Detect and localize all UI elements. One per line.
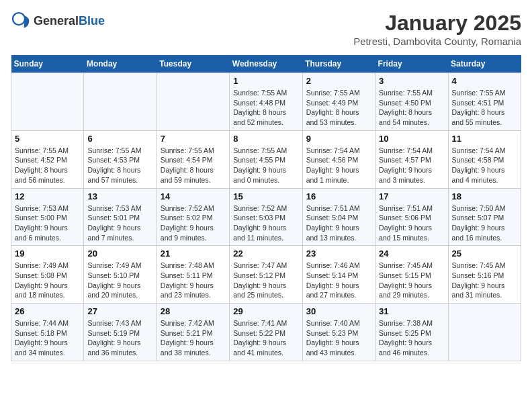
calendar-table: SundayMondayTuesdayWednesdayThursdayFrid… — [11, 55, 521, 361]
day-number: 23 — [306, 248, 371, 259]
day-number: 26 — [15, 306, 80, 316]
day-info: Sunrise: 7:55 AMSunset: 4:49 PMDaylight:… — [306, 88, 371, 128]
header: GeneralBlue January 2025 Petresti, Dambo… — [11, 11, 521, 47]
day-number: 1 — [233, 76, 298, 86]
day-info: Sunrise: 7:40 AMSunset: 5:23 PMDaylight:… — [306, 318, 371, 358]
day-info: Sunrise: 7:55 AMSunset: 4:54 PMDaylight:… — [161, 146, 226, 185]
day-cell: 31Sunrise: 7:38 AMSunset: 5:25 PMDayligh… — [375, 304, 448, 361]
day-info: Sunrise: 7:54 AMSunset: 4:56 PMDaylight:… — [306, 146, 371, 185]
header-monday: Monday — [84, 55, 157, 73]
day-number: 12 — [15, 191, 80, 201]
day-number: 22 — [233, 248, 298, 259]
day-number: 27 — [87, 306, 152, 316]
day-cell: 4Sunrise: 7:55 AMSunset: 4:51 PMDaylight… — [448, 73, 521, 131]
day-number: 4 — [452, 76, 517, 86]
day-number: 14 — [161, 191, 226, 201]
calendar-header-row: SundayMondayTuesdayWednesdayThursdayFrid… — [11, 55, 521, 73]
day-number: 3 — [379, 76, 444, 86]
header-wednesday: Wednesday — [230, 55, 302, 73]
week-row-1: 1Sunrise: 7:55 AMSunset: 4:48 PMDaylight… — [11, 73, 521, 131]
day-number: 13 — [87, 191, 152, 201]
day-number: 24 — [379, 248, 444, 259]
day-cell — [84, 73, 157, 131]
day-number: 30 — [306, 306, 371, 316]
day-cell: 29Sunrise: 7:41 AMSunset: 5:22 PMDayligh… — [230, 304, 302, 361]
day-info: Sunrise: 7:54 AMSunset: 4:57 PMDaylight:… — [379, 146, 444, 185]
day-cell: 1Sunrise: 7:55 AMSunset: 4:48 PMDaylight… — [230, 73, 302, 131]
svg-point-0 — [13, 13, 25, 25]
logo-blue: Blue — [79, 14, 105, 28]
day-number: 6 — [87, 134, 152, 144]
day-info: Sunrise: 7:50 AMSunset: 5:07 PMDaylight:… — [452, 203, 517, 243]
week-row-3: 12Sunrise: 7:53 AMSunset: 5:00 PMDayligh… — [11, 188, 521, 246]
day-cell: 30Sunrise: 7:40 AMSunset: 5:23 PMDayligh… — [302, 304, 375, 361]
day-cell: 18Sunrise: 7:50 AMSunset: 5:07 PMDayligh… — [448, 188, 521, 246]
day-cell — [11, 73, 84, 131]
day-info: Sunrise: 7:51 AMSunset: 5:04 PMDaylight:… — [306, 203, 371, 243]
day-cell: 16Sunrise: 7:51 AMSunset: 5:04 PMDayligh… — [302, 188, 375, 246]
day-cell: 27Sunrise: 7:43 AMSunset: 5:19 PMDayligh… — [84, 304, 157, 361]
day-number: 21 — [161, 248, 226, 259]
day-number: 15 — [233, 191, 298, 201]
day-number: 20 — [87, 248, 152, 259]
day-cell: 14Sunrise: 7:52 AMSunset: 5:02 PMDayligh… — [157, 188, 229, 246]
day-info: Sunrise: 7:44 AMSunset: 5:18 PMDaylight:… — [15, 318, 80, 358]
day-cell: 6Sunrise: 7:55 AMSunset: 4:53 PMDaylight… — [84, 130, 157, 188]
main-title: January 2025 — [353, 11, 521, 36]
day-info: Sunrise: 7:55 AMSunset: 4:50 PMDaylight:… — [379, 88, 444, 128]
week-row-2: 5Sunrise: 7:55 AMSunset: 4:52 PMDaylight… — [11, 130, 521, 188]
day-info: Sunrise: 7:54 AMSunset: 4:58 PMDaylight:… — [452, 146, 517, 185]
day-number: 18 — [452, 191, 517, 201]
day-number: 8 — [233, 134, 298, 144]
day-number: 7 — [161, 134, 226, 144]
week-row-4: 19Sunrise: 7:49 AMSunset: 5:08 PMDayligh… — [11, 246, 521, 304]
day-info: Sunrise: 7:52 AMSunset: 5:02 PMDaylight:… — [161, 203, 226, 243]
day-cell: 26Sunrise: 7:44 AMSunset: 5:18 PMDayligh… — [11, 304, 84, 361]
day-number: 10 — [379, 134, 444, 144]
header-sunday: Sunday — [11, 55, 84, 73]
day-info: Sunrise: 7:42 AMSunset: 5:21 PMDaylight:… — [161, 318, 226, 358]
header-friday: Friday — [375, 55, 448, 73]
day-cell: 21Sunrise: 7:48 AMSunset: 5:11 PMDayligh… — [157, 246, 229, 304]
day-number: 17 — [379, 191, 444, 201]
day-cell: 19Sunrise: 7:49 AMSunset: 5:08 PMDayligh… — [11, 246, 84, 304]
day-cell: 2Sunrise: 7:55 AMSunset: 4:49 PMDaylight… — [302, 73, 375, 131]
day-info: Sunrise: 7:46 AMSunset: 5:14 PMDaylight:… — [306, 261, 371, 300]
day-number: 9 — [306, 134, 371, 144]
day-cell: 17Sunrise: 7:51 AMSunset: 5:06 PMDayligh… — [375, 188, 448, 246]
day-info: Sunrise: 7:55 AMSunset: 4:52 PMDaylight:… — [15, 146, 80, 185]
day-info: Sunrise: 7:51 AMSunset: 5:06 PMDaylight:… — [379, 203, 444, 243]
day-number: 28 — [161, 306, 226, 316]
day-info: Sunrise: 7:55 AMSunset: 4:51 PMDaylight:… — [452, 88, 517, 128]
day-cell: 9Sunrise: 7:54 AMSunset: 4:56 PMDaylight… — [302, 130, 375, 188]
day-number: 19 — [15, 248, 80, 259]
day-info: Sunrise: 7:45 AMSunset: 5:15 PMDaylight:… — [379, 261, 444, 300]
logo-general: General — [34, 14, 79, 28]
day-cell: 5Sunrise: 7:55 AMSunset: 4:52 PMDaylight… — [11, 130, 84, 188]
day-cell: 8Sunrise: 7:55 AMSunset: 4:55 PMDaylight… — [230, 130, 302, 188]
day-info: Sunrise: 7:55 AMSunset: 4:48 PMDaylight:… — [233, 88, 298, 128]
day-info: Sunrise: 7:41 AMSunset: 5:22 PMDaylight:… — [233, 318, 298, 358]
day-cell: 28Sunrise: 7:42 AMSunset: 5:21 PMDayligh… — [157, 304, 229, 361]
day-info: Sunrise: 7:45 AMSunset: 5:16 PMDaylight:… — [452, 261, 517, 300]
day-info: Sunrise: 7:38 AMSunset: 5:25 PMDaylight:… — [379, 318, 444, 358]
header-thursday: Thursday — [302, 55, 375, 73]
title-area: January 2025 Petresti, Dambovita County,… — [353, 11, 521, 47]
day-cell: 10Sunrise: 7:54 AMSunset: 4:57 PMDayligh… — [375, 130, 448, 188]
day-cell: 12Sunrise: 7:53 AMSunset: 5:00 PMDayligh… — [11, 188, 84, 246]
day-cell: 22Sunrise: 7:47 AMSunset: 5:12 PMDayligh… — [230, 246, 302, 304]
day-number: 2 — [306, 76, 371, 86]
day-info: Sunrise: 7:52 AMSunset: 5:03 PMDaylight:… — [233, 203, 298, 243]
day-cell: 23Sunrise: 7:46 AMSunset: 5:14 PMDayligh… — [302, 246, 375, 304]
day-cell: 25Sunrise: 7:45 AMSunset: 5:16 PMDayligh… — [448, 246, 521, 304]
day-cell: 20Sunrise: 7:49 AMSunset: 5:10 PMDayligh… — [84, 246, 157, 304]
day-info: Sunrise: 7:43 AMSunset: 5:19 PMDaylight:… — [87, 318, 152, 358]
day-number: 11 — [452, 134, 517, 144]
day-info: Sunrise: 7:55 AMSunset: 4:55 PMDaylight:… — [233, 146, 298, 185]
week-row-5: 26Sunrise: 7:44 AMSunset: 5:18 PMDayligh… — [11, 304, 521, 361]
header-tuesday: Tuesday — [157, 55, 229, 73]
day-cell: 3Sunrise: 7:55 AMSunset: 4:50 PMDaylight… — [375, 73, 448, 131]
day-number: 16 — [306, 191, 371, 201]
day-info: Sunrise: 7:48 AMSunset: 5:11 PMDaylight:… — [161, 261, 226, 300]
logo: GeneralBlue — [11, 11, 105, 31]
